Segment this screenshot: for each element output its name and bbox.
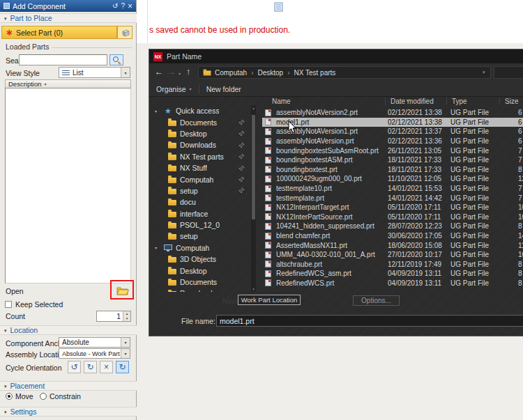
file-row[interactable]: NX12InterpartTarget.prt 05/11/2020 17:11… [262, 203, 523, 212]
tree-item[interactable]: 3D Objects [149, 254, 250, 265]
tree-item-label: Quick access [176, 107, 219, 115]
dialog-titlebar[interactable]: NX Part Name [149, 49, 523, 63]
file-row[interactable]: boundingboxtestASM.prt 18/11/2021 17:33 … [262, 155, 523, 165]
file-row[interactable]: RedefinedWCS_asm.prt 04/09/2019 13:11 UG… [262, 269, 523, 279]
tree-item[interactable]: Desktop [149, 128, 250, 139]
file-row[interactable]: UMM_4A0-0302-010_001_A.prt 27/01/2020 10… [262, 250, 523, 260]
tree-item[interactable]: NX Test parts [149, 151, 250, 162]
file-row[interactable]: blend chamfer.prt 30/06/2020 17:05 UG Pa… [262, 231, 523, 241]
chevron-down-icon[interactable] [155, 245, 160, 250]
tree-item[interactable]: Desktop [149, 265, 250, 276]
up-icon[interactable]: ↑ [186, 68, 190, 77]
count-value[interactable]: 1 [97, 311, 123, 321]
file-row[interactable]: boundingboxtest.prt 18/11/2021 17:33 UG … [262, 165, 523, 175]
file-row[interactable]: 1000002429ugm000_00.prt 11/10/2021 12:05… [262, 174, 523, 184]
file-row[interactable]: assemblyNotAVersion.prt 02/12/2021 13:36… [262, 137, 523, 146]
help-icon[interactable] [121, 3, 125, 10]
document-icon[interactable] [274, 2, 283, 12]
spin-up-icon[interactable] [123, 311, 130, 316]
reset-icon[interactable] [112, 3, 118, 10]
column-name[interactable]: Name [272, 98, 291, 105]
cycle-orientation-cycle-button[interactable] [116, 361, 129, 373]
scrollbar-thumb[interactable] [252, 115, 255, 219]
tree-item[interactable]: Documents [149, 116, 250, 127]
search-input[interactable] [494, 66, 523, 79]
assembly-location-dropdown[interactable]: Absolute - Work Part [59, 348, 130, 359]
address-dropdown-icon[interactable]: ▾ [483, 70, 485, 75]
chevron-down-icon[interactable] [155, 109, 160, 114]
scroll-up-icon[interactable]: ▴ [251, 106, 256, 110]
spin-down-icon[interactable] [123, 316, 130, 321]
file-name-input[interactable] [216, 315, 523, 327]
tree-item[interactable]: Downloads [149, 139, 250, 150]
constrain-radio[interactable] [40, 393, 47, 400]
file-name-label: File name: [181, 317, 215, 325]
tree-scrollbar[interactable]: ▴ ▾ [251, 105, 256, 292]
select-part-icon-button[interactable] [117, 26, 132, 39]
select-part-button[interactable]: ∗ Select Part (0) [1, 26, 117, 39]
tree-item[interactable]: Computah [149, 242, 250, 254]
tree-item[interactable]: setup [149, 231, 250, 242]
column-type[interactable]: Type [452, 98, 467, 105]
search-input[interactable] [19, 54, 107, 65]
section-placement[interactable]: Placement [0, 381, 137, 391]
column-size[interactable]: Size [505, 98, 518, 105]
file-size: 11 [518, 242, 523, 249]
column-date[interactable]: Date modified [391, 98, 434, 105]
tree-item[interactable]: PSOL_12_0 [149, 219, 250, 231]
chevron-down-icon[interactable] [121, 338, 130, 347]
cycle-orientation-rotate-cw-button[interactable] [84, 361, 97, 373]
section-location[interactable]: Location [0, 325, 137, 335]
file-row[interactable]: 104241_hidden_suppressed.prt 28/07/2020 … [262, 221, 523, 231]
dialog-titlebar[interactable]: Add Component [0, 0, 136, 12]
tree-item[interactable]: setup [149, 185, 250, 196]
tree-item[interactable]: docu [149, 196, 250, 208]
file-row[interactable]: assemblyNotAVersion1.prt 02/12/2021 13:3… [262, 127, 523, 137]
breadcrumb-item[interactable]: NX Test parts [287, 69, 335, 77]
file-row[interactable]: NX12InterPartSource.prt 05/11/2020 17:11… [262, 212, 523, 222]
component-anchor-dropdown[interactable]: Absolute [59, 337, 130, 348]
scroll-down-icon[interactable]: ▾ [251, 287, 256, 291]
tree-item[interactable]: Documents [149, 277, 250, 288]
breadcrumb-item[interactable]: Computah [215, 69, 247, 77]
file-date-modified: 26/11/2021 13:05 [388, 147, 450, 155]
cycle-orientation-reset-button[interactable] [100, 361, 113, 373]
file-row[interactable]: model1.prt 02/12/2021 13:38 UG Part File… [262, 118, 523, 127]
cycle-orientation-rotate-ccw-button[interactable] [68, 361, 81, 373]
file-row[interactable]: altschraube.prt 12/11/2019 17:49 UG Part… [262, 260, 523, 270]
loaded-parts-label[interactable]: Loaded Parts [6, 42, 52, 51]
file-type: UG Part File [450, 147, 518, 155]
tree-item[interactable]: interface [149, 208, 250, 219]
file-row[interactable]: assemblyNotAVersion2.prt 02/12/2021 13:3… [262, 108, 523, 118]
view-style-dropdown[interactable]: List [59, 67, 130, 78]
file-row[interactable]: boundingboxtestSubAsmRoot.prt 26/11/2021… [262, 146, 523, 155]
chevron-down-icon[interactable] [121, 68, 130, 77]
organise-button[interactable]: Organise [149, 81, 199, 96]
count-stepper[interactable]: 1 [96, 311, 131, 322]
open-folder-button[interactable] [114, 283, 131, 297]
tree-item[interactable]: Quick access [149, 105, 250, 116]
file-row[interactable]: testtemplate.prt 14/01/2021 14:42 UG Par… [262, 193, 523, 203]
search-button[interactable] [109, 54, 123, 65]
file-row[interactable]: testtemplate10.prt 14/01/2021 15:53 UG P… [262, 184, 523, 194]
file-row[interactable]: RedefinedWCS.prt 04/09/2019 13:11 UG Par… [262, 279, 523, 288]
tree-item[interactable]: NX Stuff [149, 162, 250, 173]
history-chevron-icon[interactable]: ▾ [179, 70, 181, 79]
file-row[interactable]: AssertedMassNX11.prt 18/06/2020 15:08 UG… [262, 240, 523, 250]
keep-selected-checkbox[interactable] [5, 301, 12, 308]
back-icon[interactable]: ← [155, 68, 163, 77]
section-part-to-place[interactable]: Part to Place [0, 13, 137, 23]
section-settings[interactable]: Settings [0, 407, 137, 417]
close-icon[interactable] [128, 2, 132, 10]
tree-item[interactable]: Computah [149, 173, 250, 185]
folder-tree[interactable]: Quick access Documents [149, 105, 250, 292]
breadcrumb[interactable]: Computah Desktop NX Test parts [198, 66, 491, 79]
chevron-down-icon[interactable] [121, 349, 130, 358]
move-radio[interactable] [6, 393, 13, 400]
options-button[interactable]: Options... [353, 295, 400, 306]
work-part-location-button[interactable]: Work Part Location [238, 295, 301, 305]
dialog-icon [3, 3, 10, 9]
breadcrumb-item[interactable]: Desktop [250, 69, 283, 77]
loaded-parts-list[interactable] [5, 88, 131, 283]
new-folder-button[interactable]: New folder [199, 81, 248, 96]
